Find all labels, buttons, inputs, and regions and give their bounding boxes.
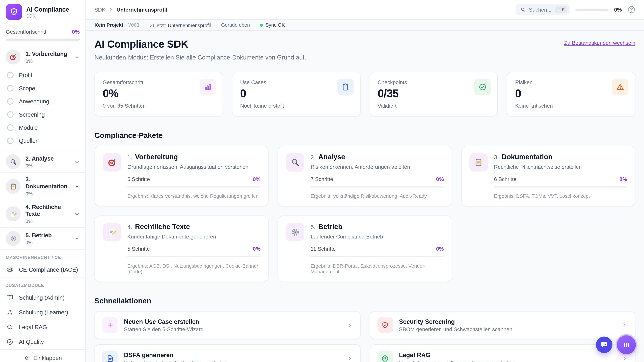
app-logo-block: AI Compliance SDK [0,0,85,24]
board-fab-button[interactable] [617,335,636,354]
breadcrumb-sdk[interactable]: SDK [94,6,105,13]
section-percent: 0% [26,58,70,64]
package-card-analyse[interactable]: 2. Analyse Risiken erkennen, Anforderung… [278,146,452,206]
check-circle-icon [474,79,491,95]
last-value: Unternehmensprofil [168,23,211,28]
chevron-right-icon [621,322,628,328]
chevron-right-icon [346,355,353,362]
sidebar-subitems: Profil Scope Anwendung Screening Module [0,68,85,151]
stat-card-use-cases: Use Cases 0 Noch keine erstellt [232,72,360,117]
sidebar-item-ai-quality[interactable]: AI Quality [0,335,85,349]
stat-card-gesamtfortschritt: Gesamtfortschritt 0% 0 von 35 Schritten [94,72,223,117]
switch-customer-mode-link[interactable]: Zu Bestandskunden wechseln [564,40,636,46]
main-content: AI Compliance SDK Zu Bestandskunden wech… [86,31,644,362]
sidebar-item-quellen[interactable]: Quellen [0,134,85,147]
collapse-sidebar-button[interactable]: Einklappen [24,355,62,361]
shield-logo-icon [6,4,22,20]
sidebar-item-module[interactable]: Module [0,121,85,134]
sidebar-section-dokumentation[interactable]: 3. Dokumentation 0% [0,173,85,200]
group-label: ZUSATZMODULE [0,278,85,290]
package-cards: 1. Vorbereitung Grundlagen erfassen, Aus… [94,146,635,282]
sidebar-item-profil[interactable]: Profil [0,68,85,82]
chevron-right-icon [346,322,353,328]
shield-check-icon [377,317,393,333]
sidebar-section-betrieb[interactable]: 5. Betrieb 0% [0,228,85,250]
sidebar-section-rechtliche-texte[interactable]: 4. Rechtliche Texte 0% [0,200,85,228]
app-subtitle: SDK [26,13,69,18]
sidebar-item-schulung-learner[interactable]: Schulung (Learner) [0,305,85,320]
clipboard-icon [469,153,488,171]
package-progress-bar [127,256,260,257]
rag-search-icon [377,351,393,362]
header-progress-percent: 0% [614,6,622,13]
double-chevron-left-icon [24,355,30,361]
stat-card-risiken: Risiken 0 Keine kritischen [507,72,636,117]
page-subtitle: Neukunden-Modus: Erstellen Sie alle Comp… [94,54,635,61]
sidebar-group-maschinenrecht: MASCHINENRECHT / CE CE-Compliance (IACE) [0,250,85,278]
search-icon [6,323,14,331]
step-circle-icon [7,72,14,78]
warning-triangle-icon [612,79,628,95]
breadcrumb-current: Unternehmensprofil [116,6,167,13]
sidebar-overall-progress: Gesamtfortschritt 0% [0,24,85,46]
quick-action-new-use-case[interactable]: Neuen Use Case erstellen Starten Sie den… [94,311,360,339]
document-icon [102,351,118,362]
package-progress-bar [310,256,444,257]
floating-buttons [596,335,636,354]
sidebar-item-screening[interactable]: Screening [0,108,85,121]
chevron-down-icon [74,184,80,189]
clipboard-icon [337,79,353,95]
sidebar-item-ce-compliance[interactable]: CE-Compliance (IACE) [0,262,85,277]
step-circle-icon [7,137,14,144]
search-icon [520,7,526,12]
page-title: AI Compliance SDK [94,38,188,50]
search-input[interactable]: Suchen... ⌘K [516,4,570,15]
quick-actions: Neuen Use Case erstellen Starten Sie den… [94,311,635,362]
last-saved-time: Gerade eben [221,22,250,28]
sidebar-item-anwendung[interactable]: Anwendung [0,95,85,108]
header-progress-bar [576,8,608,11]
breadcrumb-chevron-icon [109,7,113,12]
quick-actions-heading: Schnellaktionen [94,297,635,305]
memo-icon [6,206,20,221]
person-icon [6,308,14,317]
package-card-dokumentation[interactable]: 3. Dokumentation Rechtliche Pflichtnachw… [461,146,635,206]
book-icon [6,294,14,302]
status-bar: Kein Projekt V001 Zuletzt: Unternehmensp… [86,20,644,31]
package-card-rechtliche-texte[interactable]: 4. Rechtliche Texte Kundenfähige Dokumen… [94,216,269,282]
plus-icon [102,317,118,333]
group-label: MASCHINENRECHT / CE [0,250,85,262]
step-circle-icon [7,98,14,105]
package-card-vorbereitung[interactable]: 1. Vorbereitung Grundlagen erfassen, Aus… [94,146,269,206]
sidebar-section-analyse[interactable]: 2. Analyse 0% [0,151,85,173]
package-progress-bar [310,186,444,188]
sync-ok-dot-icon [260,24,263,26]
keyboard-shortcut-badge: ⌘K [555,6,567,13]
sidebar-group-zusatzmodule: ZUSATZMODULE Schulung (Admin) Schulung (… [0,278,85,350]
cpu-icon [6,266,14,274]
chevron-down-icon [74,159,80,164]
sidebar-section-block-vorbereitung: 1. Vorbereitung 0% Profil Scope [0,46,85,151]
gear-icon [6,231,20,246]
overall-progress-label: Gesamtfortschritt [6,29,46,35]
chevron-up-icon [74,54,80,60]
sidebar-item-legal-rag[interactable]: Legal RAG [0,320,85,335]
sidebar-item-scope[interactable]: Scope [0,82,85,95]
quick-action-legal-rag[interactable]: Legal RAG Rechtliche Fragen stellen und … [370,345,636,362]
chat-bubble-icon [600,341,608,349]
sidebar-section-vorbereitung[interactable]: 1. Vorbereitung 0% [0,46,85,68]
divider [216,22,216,28]
help-icon[interactable] [628,6,636,13]
chat-fab-button[interactable] [596,337,612,353]
magnifier-icon [6,154,20,169]
quick-action-security-screening[interactable]: Security Screening SBOM generieren und S… [370,311,636,339]
overall-progress-percent: 0% [72,29,80,35]
stat-cards: Gesamtfortschritt 0% 0 von 35 Schritten … [94,72,635,117]
package-card-betrieb[interactable]: 5. Betrieb Laufender Compliance-Betrieb … [278,216,452,282]
sidebar-item-schulung-admin[interactable]: Schulung (Admin) [0,290,85,305]
quick-action-dsfa-generieren[interactable]: DSFA generieren Datenschutz-Folgenabscha… [94,345,360,362]
last-label: Zuletzt: [150,23,166,28]
project-name: Kein Projekt [94,22,123,28]
breadcrumb: SDK Unternehmensprofil [94,6,167,13]
overall-progress-bar [6,38,80,40]
